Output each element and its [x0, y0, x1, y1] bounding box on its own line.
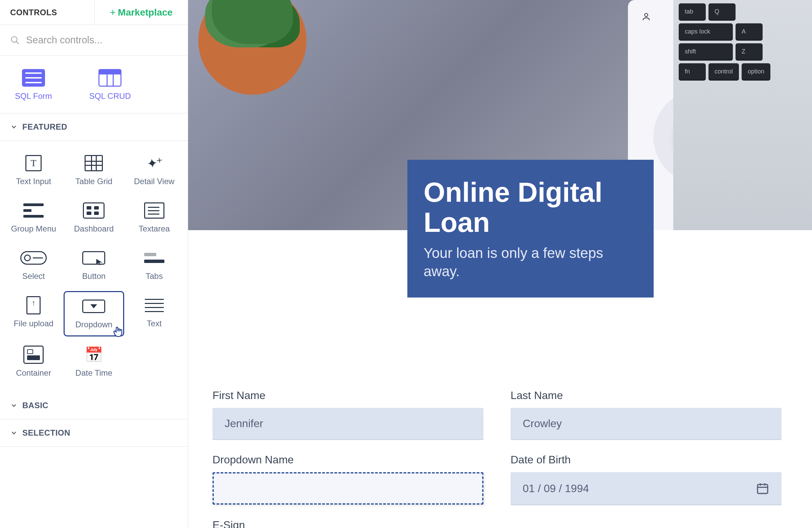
- detail-view-icon: ✦⁺: [146, 155, 163, 172]
- form-canvas: $450.34 Invite friends $ tabQ caps lockA…: [188, 0, 812, 528]
- search-input[interactable]: [26, 34, 178, 46]
- control-button[interactable]: Button: [63, 244, 124, 287]
- cursor-hand-icon: [112, 325, 125, 339]
- search-row: [0, 25, 188, 56]
- marketplace-link[interactable]: + Marketplace: [95, 7, 188, 18]
- first-name-label: First Name: [213, 389, 483, 402]
- sql-crud-control[interactable]: SQL CRUD: [89, 69, 131, 101]
- featured-controls-grid: T Text Input Table Grid ✦⁺ Detail View G…: [0, 141, 188, 392]
- kbd-key: Z: [736, 43, 763, 60]
- featured-section-header[interactable]: FEATURED: [0, 113, 188, 141]
- control-label: Button: [82, 271, 105, 281]
- dob-label: Date of Birth: [510, 454, 782, 466]
- control-label: Detail View: [134, 177, 175, 186]
- tabs-icon: [144, 253, 164, 263]
- control-date-time[interactable]: 📅 Date Time: [63, 341, 124, 384]
- kbd-key: A: [736, 23, 763, 40]
- user-icon: [641, 12, 651, 21]
- control-label: Tabs: [145, 271, 163, 281]
- top-controls: SQL Form SQL CRUD: [0, 56, 188, 113]
- kbd-key: Q: [709, 3, 736, 20]
- kbd-key: option: [742, 63, 770, 80]
- chevron-down-icon: [10, 429, 18, 437]
- esign-label: E-Sign: [213, 519, 483, 528]
- sql-form-label: SQL Form: [15, 91, 52, 101]
- hero-plant-decoration: [198, 0, 306, 95]
- file-upload-icon: [26, 296, 41, 314]
- dob-value: 01 / 09 / 1994: [523, 482, 589, 495]
- dashboard-icon: [83, 202, 104, 219]
- control-dashboard[interactable]: Dashboard: [63, 196, 124, 240]
- controls-tab[interactable]: CONTROLS: [0, 0, 95, 25]
- hero-subtitle: Your loan is only a few steps away.: [424, 244, 637, 281]
- control-dropdown[interactable]: Dropdown: [63, 291, 124, 337]
- first-name-field[interactable]: [213, 408, 483, 439]
- control-label: File upload: [14, 319, 53, 328]
- control-label: Select: [22, 271, 45, 281]
- controls-sidebar: CONTROLS + Marketplace SQL Form SQL CRUD…: [0, 0, 188, 528]
- sidebar-header: CONTROLS + Marketplace: [0, 0, 188, 25]
- control-textarea[interactable]: Textarea: [124, 196, 184, 240]
- control-text[interactable]: Text: [124, 291, 184, 337]
- sql-crud-label: SQL CRUD: [89, 91, 131, 101]
- calendar-icon: [756, 482, 769, 495]
- dropdown-drop-target[interactable]: [213, 472, 483, 505]
- control-group-menu[interactable]: Group Menu: [3, 196, 63, 240]
- container-icon: [23, 345, 44, 364]
- group-menu-icon: [23, 203, 44, 218]
- last-name-field[interactable]: [510, 408, 782, 439]
- control-label: Text: [147, 319, 162, 328]
- control-select[interactable]: Select: [3, 244, 63, 287]
- featured-title: FEATURED: [22, 122, 67, 132]
- kbd-key: fn: [679, 63, 706, 80]
- control-label: Container: [16, 368, 51, 378]
- svg-rect-3: [757, 484, 768, 494]
- svg-point-2: [644, 13, 648, 16]
- control-detail-view[interactable]: ✦⁺ Detail View: [124, 149, 184, 192]
- plus-icon: +: [110, 7, 116, 18]
- svg-point-0: [12, 37, 17, 42]
- select-icon: [20, 251, 47, 265]
- control-label: Text Input: [16, 177, 51, 186]
- control-table-grid[interactable]: Table Grid: [63, 149, 124, 192]
- control-label: Dashboard: [74, 224, 114, 233]
- chevron-down-icon: [10, 402, 18, 409]
- sql-form-icon: [22, 69, 45, 87]
- control-file-upload[interactable]: File upload: [3, 291, 63, 337]
- kbd-key: shift: [679, 43, 733, 60]
- control-container[interactable]: Container: [3, 341, 63, 384]
- kbd-key: control: [709, 63, 739, 80]
- textarea-icon: [144, 202, 164, 219]
- button-icon: [82, 251, 105, 265]
- selection-section-header[interactable]: SELECTION: [0, 419, 188, 447]
- hero-laptop-keyboard: tabQ caps lockA shiftZ fncontroloption: [673, 0, 812, 230]
- sql-form-control[interactable]: SQL Form: [15, 69, 52, 101]
- control-label: Table Grid: [75, 177, 112, 186]
- selection-title: SELECTION: [22, 428, 70, 438]
- control-label: Group Menu: [11, 224, 56, 233]
- chevron-down-icon: [10, 123, 18, 131]
- control-label: Date Time: [75, 368, 112, 378]
- search-icon: [10, 35, 20, 46]
- kbd-key: caps lock: [679, 23, 733, 40]
- dropdown-label: Dropdown Name: [213, 454, 483, 466]
- control-label: Dropdown: [75, 320, 112, 329]
- basic-section-header[interactable]: BASIC: [0, 392, 188, 419]
- control-label: Textarea: [139, 224, 170, 233]
- hero-title: Online Digital Loan: [424, 177, 637, 237]
- control-tabs[interactable]: Tabs: [124, 244, 184, 287]
- basic-title: BASIC: [22, 401, 48, 410]
- sql-crud-icon: [99, 69, 121, 87]
- text-icon: [145, 299, 164, 312]
- hero-card: Online Digital Loan Your loan is only a …: [407, 160, 654, 298]
- dropdown-icon: [82, 300, 105, 313]
- table-grid-icon: [85, 155, 103, 171]
- control-text-input[interactable]: T Text Input: [3, 149, 63, 192]
- date-time-icon: 📅: [85, 346, 103, 363]
- dob-field[interactable]: 01 / 09 / 1994: [510, 472, 782, 505]
- last-name-label: Last Name: [510, 389, 782, 402]
- text-input-icon: T: [25, 155, 42, 171]
- kbd-key: tab: [679, 3, 706, 20]
- svg-line-1: [16, 41, 19, 44]
- marketplace-label: Marketplace: [118, 7, 173, 18]
